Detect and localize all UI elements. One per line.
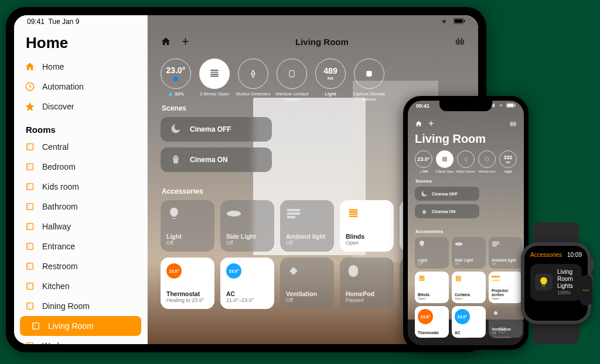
iphone-summary-lux[interactable]: 332 lux Light [499,150,517,168]
sidebar-room-label: Dining Room [42,301,90,311]
tile-state: Off [166,240,209,246]
iphone-topbar: + [415,118,517,129]
svg-point-38 [455,242,463,245]
sidebar-room-kids-room[interactable]: Kids room [14,177,147,197]
summary-temp: 23.0° [166,66,186,75]
sidebar-room-label: Restroom [42,262,78,271]
summary-blinds[interactable]: 3 Blinds Open [199,59,230,89]
room-icon [25,181,35,192]
iphone-scene-cinema-on[interactable]: Cinema ON [415,204,479,218]
watch-next-card[interactable] [579,275,592,305]
iphone-scene-cinema-off[interactable]: Cinema OFF [415,187,479,201]
sidebar-room-label: Bathroom [42,202,78,211]
iphone-summary-temp: 23.0° [417,156,429,162]
sidebar-room-label: Workroom [42,341,80,344]
iphone-summary-blinds[interactable]: 3 Blinds Open [436,150,454,168]
tile-state: Off [226,240,268,246]
home-nav-icon[interactable] [161,36,171,47]
watch-accessory-card[interactable]: Living Room Lights 100% [530,264,582,301]
iphone-summary-contact[interactable]: Window cont [478,150,496,168]
iphone-room-title: Living Room [415,132,517,146]
sidebar-room-bathroom[interactable]: Bathroom [14,197,147,217]
watch-body: Accessories 10:09 Living Room Lights 100… [521,242,591,324]
watch-back-label[interactable]: Accessories [530,252,562,258]
iphone-tile-name: AC [455,331,483,335]
summary-climate[interactable]: 23.0° 💧 32% [161,59,191,89]
scene-cinema-on[interactable]: Cinema ON [161,147,272,172]
sidebar-nav-automation[interactable]: Automation [14,77,147,97]
summary-motion[interactable]: Motion Detected [238,59,268,89]
iphone-tile-ac[interactable]: 23.0°AC [452,306,486,338]
intercom-icon[interactable] [455,36,465,47]
tile-name: Ventilation [286,290,328,297]
lampside-icon [455,240,483,248]
iphone-add-button[interactable]: + [428,118,434,129]
sidebar: Home Home Automation Discover Rooms Cent… [14,15,148,344]
homepod-icon [346,263,361,279]
iphone-scene-label: Cinema OFF [432,191,458,197]
blinds-icon [441,156,448,163]
svg-rect-37 [486,157,489,162]
tile-ventilation[interactable]: VentilationOff [280,257,334,309]
iphone-tile-light[interactable]: LightOff [415,237,449,269]
contact-icon [287,69,296,78]
room-icon [30,321,41,331]
svg-point-45 [588,290,589,291]
summary-lux[interactable]: 489 lux Light [315,59,346,89]
iphone-tile-side-light[interactable]: Side LightOff [452,237,486,269]
tile-ambient-light[interactable]: Ambient lightOff [280,200,334,252]
sidebar-nav-discover[interactable]: Discover [14,97,147,116]
iphone-intercom-icon[interactable] [509,120,517,128]
motion-icon [463,156,469,163]
iphone-tile-blinds[interactable]: BlindsOpen [415,272,449,303]
room-icon [25,241,35,252]
svg-rect-1 [455,19,463,23]
sidebar-nav-home[interactable]: Home [14,57,147,77]
iphone-tile-thermostat[interactable]: 23.0°Thermostat [415,306,449,338]
svg-rect-13 [27,224,30,230]
watch-crown[interactable] [590,259,594,270]
summary-contact[interactable]: Window contact Closed [277,59,307,89]
sidebar-room-workroom[interactable]: Workroom [14,336,147,344]
room-icon [25,142,35,152]
tile-ac[interactable]: 23.0°AC21.0°–23.0° [220,257,274,309]
iphone-summary-climate[interactable]: 23.0° 💧32% [415,150,432,168]
scene-cinema-off[interactable]: Cinema OFF [161,117,272,142]
sidebar-room-dining-room[interactable]: Dining Room [14,296,147,316]
tile-side-light[interactable]: Side LightOff [220,200,274,252]
bulb-icon [166,206,182,221]
svg-rect-19 [27,283,30,290]
room-topbar: + Living Room [161,33,465,50]
sidebar-room-hallway[interactable]: Hallway [14,217,147,236]
room-icon [25,201,35,212]
svg-rect-15 [27,243,30,250]
iphone-summary: 23.0° 💧32% 3 Blinds Open Motion Sensor W… [415,150,517,168]
summary-humidity: 32% [175,91,184,97]
iphone-notch [439,101,492,111]
add-button[interactable]: + [182,35,189,48]
svg-rect-39 [492,276,500,278]
sidebar-room-entrance[interactable]: Entrance [14,236,147,256]
iphone-tile-curtains[interactable]: CurtainsOpen [452,272,486,303]
sidebar-room-restroom[interactable]: Restroom [14,256,147,276]
iphone-summary-lux-value: 332 [503,154,512,160]
sidebar-room-central[interactable]: Central [14,137,147,157]
sidebar-room-bedroom[interactable]: Bedroom [14,157,147,177]
tile-name: Ambient light [286,233,328,240]
sidebar-room-living-room[interactable]: Living Room [20,316,141,336]
sidebar-rooms-label: Rooms [26,125,147,135]
tile-blinds[interactable]: BlindsOpen [340,200,394,252]
sidebar-room-kitchen[interactable]: Kitchen [14,276,147,296]
iphone-tile-state: Open [418,297,446,300]
iphone-tile-name: Blinds [418,293,446,297]
iphone-home-icon[interactable] [415,120,422,128]
tile-light[interactable]: LightOff [161,200,214,252]
tile-homepod[interactable]: HomePodPaused [340,257,394,309]
summary-co2[interactable]: Carbon Dioxide Sensor [354,59,384,89]
iphone-summary-motion[interactable]: Motion Sensor [457,150,475,168]
battery-icon [454,18,465,26]
tile-thermostat[interactable]: 23.0°ThermostatHeating to 23.0° [161,257,214,309]
svg-rect-5 [27,144,30,150]
popcorn-icon [170,153,183,166]
iphone-status-time: 09:41 [416,103,429,109]
